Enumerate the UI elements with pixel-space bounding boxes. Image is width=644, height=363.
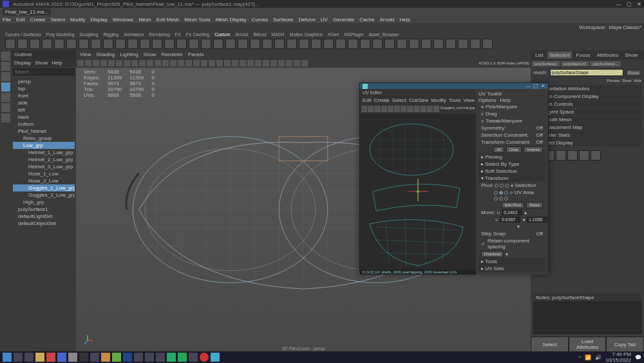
outliner-menu-help[interactable]: Help	[52, 60, 62, 66]
shelf-icon-8[interactable]	[103, 39, 113, 49]
shelf-icon-4[interactable]	[54, 39, 64, 49]
ae-section-header[interactable]: ▸ Tangent Space	[533, 108, 641, 115]
shelf-icon-33[interactable]	[409, 39, 419, 49]
uv-toolbar-icon-8[interactable]	[414, 106, 420, 112]
shelf-icon-34[interactable]	[421, 39, 431, 49]
shelf-tab-fxcaching[interactable]: FX Caching	[186, 32, 210, 37]
pinning-header[interactable]: ▸ Pinning	[478, 153, 545, 161]
vp-menu-renderer[interactable]: Renderer	[162, 52, 183, 57]
menu-uv[interactable]: UV	[321, 17, 328, 23]
vp-toolbar-icon-23[interactable]	[255, 60, 261, 66]
uv-menu-select[interactable]: Select	[392, 97, 406, 103]
shelf-tab-fx[interactable]: FX	[175, 32, 181, 37]
ae-icon-3[interactable]	[567, 150, 578, 161]
shelf-tab-msplugin[interactable]: MSPlugin	[344, 32, 363, 37]
vp-toolbar-icon-11[interactable]	[162, 60, 169, 66]
clock-time[interactable]: 7:49 PM	[605, 351, 631, 357]
hide-button[interactable]: Hide	[634, 79, 641, 83]
vp-toolbar-icon-1[interactable]	[85, 60, 91, 66]
ae-tab-list[interactable]: List	[533, 52, 545, 59]
vp-toolbar-icon-22[interactable]	[247, 60, 254, 66]
tools-header[interactable]: ▸ Tools	[478, 258, 545, 265]
ae-section-header[interactable]: ▸ Mesh Component Display	[533, 93, 641, 100]
move-left-icon[interactable]: ◂	[522, 217, 525, 222]
shelf-icon-21[interactable]	[262, 39, 272, 49]
ae-node-tab[interactable]: polySurface1...	[590, 61, 621, 66]
shelf-tab-xgen[interactable]: XGen	[328, 32, 339, 37]
select-button[interactable]: Select	[531, 337, 569, 352]
uv-toolbar-icon-10[interactable]	[427, 106, 433, 112]
shelf-icon-27[interactable]	[336, 39, 346, 49]
vp-toolbar-icon-13[interactable]	[178, 60, 184, 66]
vp-menu-show[interactable]: Show	[144, 52, 156, 57]
outliner-search[interactable]	[13, 68, 75, 75]
vp-toolbar-icon-19[interactable]	[224, 60, 231, 66]
vp-toolbar-icon-5[interactable]	[116, 60, 122, 66]
pivot-grid3[interactable]	[494, 197, 508, 201]
menu-edit[interactable]: Edit	[16, 17, 25, 23]
shelf-icon-16[interactable]	[201, 39, 211, 49]
vp-toolbar-icon-6[interactable]	[124, 60, 130, 66]
outliner-item[interactable]: side	[13, 99, 75, 106]
ae-section-header[interactable]: ▸ Render Stats	[533, 132, 641, 139]
record-icon[interactable]	[200, 353, 209, 362]
ae-tab-show[interactable]: Show	[623, 52, 639, 59]
shelf-icon-15[interactable]	[189, 39, 199, 49]
menu-file[interactable]: File	[3, 17, 11, 23]
move-step-field[interactable]	[527, 217, 547, 222]
ae-tab-focus[interactable]: Focus	[574, 52, 592, 59]
menu-generate[interactable]: Generate	[333, 17, 354, 23]
move-u-field[interactable]	[502, 210, 522, 215]
radio-tweak[interactable]	[481, 120, 484, 123]
shelf-tab-rendering[interactable]: Rendering	[149, 32, 169, 37]
vp-toolbar-icon-4[interactable]	[108, 60, 115, 66]
uv-toolbar-icon-9[interactable]	[421, 106, 426, 112]
uv-toolbar-icon-6[interactable]	[401, 106, 406, 112]
retain-checkbox[interactable]: ✓	[481, 241, 486, 247]
shelf-icon-22[interactable]	[274, 39, 285, 49]
search-icon[interactable]	[14, 353, 23, 362]
notification-icon[interactable]: 💬	[635, 355, 641, 360]
uv-close-button[interactable]: ✕	[541, 83, 545, 89]
menu-select[interactable]: Select	[51, 17, 65, 23]
pivot-grid2[interactable]	[494, 191, 508, 195]
task-view-icon[interactable]	[24, 353, 33, 362]
move-v-down-icon[interactable]: ▾	[517, 224, 520, 230]
stepsnap-dropdown[interactable]: Off	[536, 231, 543, 237]
vp-toolbar-icon-3[interactable]	[100, 60, 107, 66]
shelf-tab-arnold[interactable]: Arnold	[235, 32, 248, 37]
color-management[interactable]: ACES 1.2 SDR-video (sRGB)	[478, 61, 529, 65]
menu-meshtools[interactable]: Mesh Tools	[184, 17, 210, 23]
menu-modify[interactable]: Modify	[70, 17, 86, 23]
app-icon-7[interactable]	[134, 353, 143, 362]
shelf-tab-polymodeling[interactable]: Poly Modeling	[46, 32, 75, 37]
symmetry-dropdown[interactable]: Off	[536, 125, 543, 131]
shelf-icon-18[interactable]	[225, 39, 236, 49]
outliner-item[interactable]: Goggles_1_Low_grp	[13, 184, 75, 191]
shelf-tab-motiongraphics[interactable]: Motion Graphics	[290, 32, 323, 37]
shelf-tab-curvessurfaces[interactable]: Curves / Surfaces	[5, 32, 41, 37]
misc-tool-icon[interactable]	[1, 103, 10, 112]
shelf-icon-26[interactable]	[323, 39, 334, 49]
uvtk-menu-options[interactable]: Options	[478, 97, 497, 103]
menu-display[interactable]: Display	[91, 17, 108, 23]
copy-tab-button[interactable]: Copy Tab	[606, 337, 644, 352]
shelf-tab-sculpting[interactable]: Sculpting	[80, 32, 99, 37]
uv-toolbar-icon-3[interactable]	[381, 106, 387, 112]
outliner-item[interactable]: top	[13, 85, 75, 92]
shelf-icon-24[interactable]	[299, 39, 309, 49]
ae-icon-2[interactable]	[556, 150, 566, 161]
uv-canvas[interactable]	[360, 113, 476, 270]
inverse-button[interactable]: Inverse	[524, 146, 543, 153]
ae-section-header[interactable]: ▸ Displacement Map	[533, 124, 641, 131]
vp-toolbar-icon-9[interactable]	[147, 60, 153, 66]
pivot-grid[interactable]	[495, 184, 509, 188]
uv-menu-edit[interactable]: Edit	[363, 97, 372, 103]
maya-taskbar-icon[interactable]	[167, 353, 176, 362]
shelf-icon-5[interactable]	[66, 39, 77, 49]
explorer-icon[interactable]	[35, 353, 44, 362]
rotate-tool-icon[interactable]	[1, 83, 10, 92]
shelf-icon-37[interactable]	[458, 39, 468, 49]
tray-wifi-icon[interactable]: 📶	[585, 355, 591, 360]
uv-menu-view[interactable]: View	[464, 97, 475, 103]
